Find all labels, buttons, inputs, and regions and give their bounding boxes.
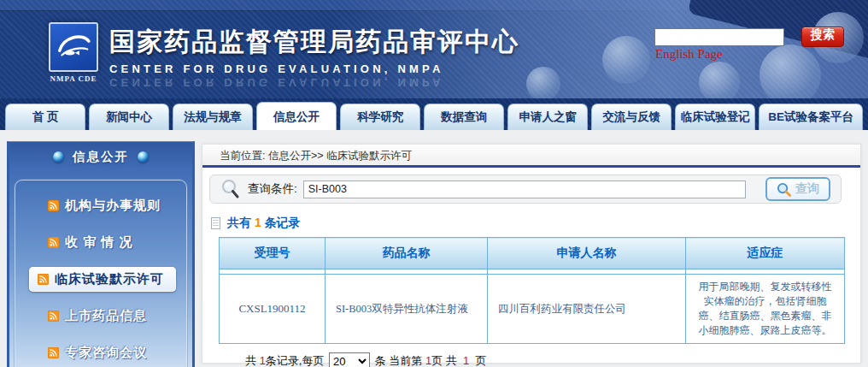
site-title: 国家药品监督管理局药品审评中心: [109, 25, 519, 60]
column-header: 适应症: [686, 238, 845, 269]
sidebar-item[interactable]: 上市药品信息: [15, 298, 186, 334]
results-table: 受理号药品名称申请人名称适应症 CXSL1900112SI-B003双特异性抗体…: [219, 237, 845, 344]
cde-logo-icon: [49, 22, 98, 72]
rss-icon: [48, 237, 59, 248]
pagination: 共 1条记录,每页 20 条 当前第 1页 共 1 页: [245, 352, 860, 367]
query-label: 查询条件:: [248, 181, 297, 197]
sidebar-menu: 机构与办事规则收 审 情 况临床试验默示许可上市药品信息专家咨询会议: [15, 180, 187, 367]
table-cell: 用于局部晚期、复发或转移性实体瘤的治疗，包括肾细胞癌、结直肠癌、黑色素瘤、非小细…: [686, 275, 845, 344]
rss-icon: [48, 347, 59, 358]
table-header-row: 受理号药品名称申请人名称适应症: [220, 238, 845, 269]
nav-tab[interactable]: 临床试验登记: [675, 104, 755, 130]
total-records: 1: [260, 354, 266, 367]
content-area: 信息公开 机构与办事规则收 审 情 况临床试验默示许可上市药品信息专家咨询会议 …: [0, 130, 868, 367]
sidebar-title-row: 信息公开: [9, 142, 192, 172]
sidebar-item-label: 机构与办事规则: [65, 198, 161, 214]
table-cell: CXSL1900112: [220, 275, 326, 344]
pill-decoration: [699, 62, 740, 98]
page: NMPA CDE 国家药品监督管理局药品审评中心 CENTER FOR DRUG…: [0, 0, 868, 367]
sidebar-item-label: 临床试验默示许可: [55, 271, 164, 287]
query-bar: 查询条件: 查询: [209, 175, 842, 204]
pill-decoration: [526, 67, 560, 98]
nav-tab[interactable]: 首 页: [5, 104, 85, 130]
records-text: 共有 1 条记录: [227, 216, 301, 231]
query-magnifier-icon: [777, 182, 791, 197]
sidebar-item-label: 专家咨询会议: [65, 345, 147, 361]
site-subtitle-reflection: CENTER FOR DRUG EVALUATION, NMPA: [109, 76, 519, 89]
nav-tab[interactable]: 信息公开: [256, 102, 337, 130]
header-search-button[interactable]: 搜索: [801, 27, 844, 47]
english-page-link[interactable]: English Page: [655, 47, 723, 62]
table-cell: 四川百利药业有限责任公司: [488, 275, 686, 344]
sidebar-item-label: 上市药品信息: [65, 308, 147, 324]
sidebar: 信息公开 机构与办事规则收 审 情 况临床试验默示许可上市药品信息专家咨询会议: [7, 141, 195, 367]
breadcrumb: 当前位置: 信息公开>> 临床试验默示许可: [202, 145, 860, 168]
nav-tab[interactable]: 申请人之窗: [507, 104, 588, 130]
query-button[interactable]: 查询: [765, 177, 830, 201]
table-row: CXSL1900112SI-B003双特异性抗体注射液四川百利药业有限责任公司用…: [220, 275, 845, 344]
nav-tab[interactable]: BE试验备案平台: [759, 104, 863, 130]
page-size-select[interactable]: 20: [329, 352, 370, 367]
sidebar-item[interactable]: 临床试验默示许可: [15, 261, 186, 298]
sphere-icon: [53, 151, 64, 163]
column-header: 药品名称: [326, 238, 488, 269]
sphere-icon: [138, 151, 149, 163]
column-header: 申请人名称: [488, 238, 686, 269]
table-cell: SI-B003双特异性抗体注射液: [326, 275, 488, 344]
sidebar-item-label: 收 审 情 况: [65, 234, 133, 251]
query-input[interactable]: [303, 181, 746, 198]
sidebar-title: 信息公开: [73, 149, 129, 165]
logo-caption: NMPA CDE: [39, 74, 108, 83]
records-summary: 共有 1 条记录: [211, 216, 860, 231]
query-button-label: 查询: [795, 181, 819, 197]
list-icon: [211, 217, 220, 229]
nav-tab[interactable]: 科学研究: [340, 104, 420, 130]
sidebar-item[interactable]: 机构与办事规则: [15, 187, 186, 224]
main-nav: 首 页新闻中心法规与规章信息公开科学研究数据查询申请人之窗交流与反馈临床试验登记…: [0, 98, 868, 130]
pill-decoration: [760, 44, 821, 98]
site-logo: NMPA CDE: [39, 22, 108, 83]
site-header: NMPA CDE 国家药品监督管理局药品审评中心 CENTER FOR DRUG…: [0, 0, 868, 98]
sidebar-item[interactable]: 收 审 情 况: [15, 224, 186, 261]
sidebar-item[interactable]: 专家咨询会议: [15, 334, 186, 367]
rss-icon: [48, 200, 59, 211]
pill-decoration: [602, 36, 650, 84]
rss-icon: [48, 311, 59, 322]
main-panel: 当前位置: 信息公开>> 临床试验默示许可 查询条件: 查: [202, 144, 861, 364]
header-search-input[interactable]: [654, 28, 784, 46]
magnifier-icon: [221, 179, 240, 199]
title-block: 国家药品监督管理局药品审评中心 CENTER FOR DRUG EVALUATI…: [109, 25, 519, 89]
nav-tab[interactable]: 新闻中心: [89, 104, 169, 130]
nav-tab[interactable]: 法规与规章: [173, 104, 253, 130]
rss-icon: [38, 274, 49, 285]
nav-tab[interactable]: 数据查询: [424, 104, 504, 130]
records-count: 1: [255, 216, 261, 229]
column-header: 受理号: [220, 238, 326, 269]
site-subtitle: CENTER FOR DRUG EVALUATION, NMPA: [109, 62, 519, 75]
nav-tab[interactable]: 交流与反馈: [591, 104, 672, 130]
